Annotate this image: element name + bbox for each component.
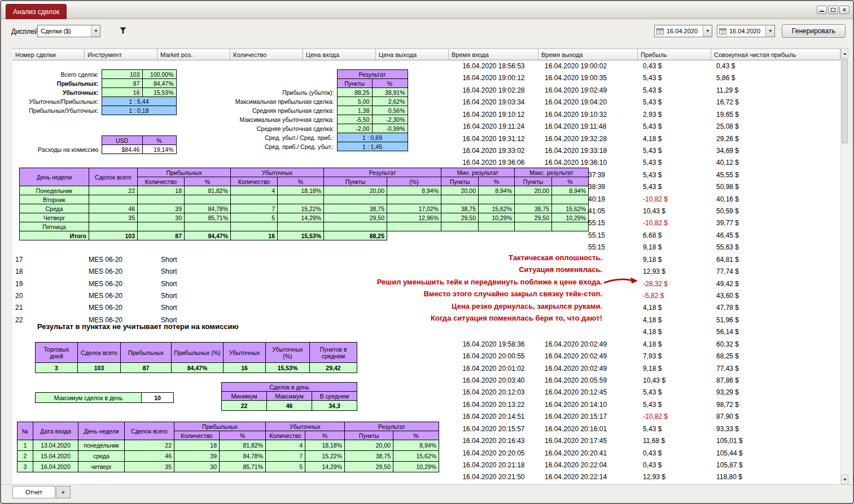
scroll-up-button[interactable] — [841, 49, 848, 58]
profit: 4,18 $ — [638, 133, 711, 145]
table-cell: 103 — [89, 231, 138, 240]
trade-number — [12, 242, 85, 253]
table-cell: % — [185, 177, 231, 186]
scroll-down-button[interactable] — [841, 475, 848, 484]
minimize-button[interactable] — [817, 6, 827, 14]
column-header[interactable]: Цена входа — [303, 49, 376, 60]
table-cell: 103 — [78, 363, 121, 373]
display-select[interactable]: Сделки ($) — [37, 25, 100, 37]
profit: 9,18 $ — [638, 242, 711, 253]
table-cell: % — [479, 177, 515, 186]
market-pos — [157, 471, 230, 483]
close-button[interactable]: × — [839, 6, 849, 14]
exit-time: 16.04.2020 19:02:49 — [538, 85, 638, 97]
date-from-select[interactable]: 16.04.2020 — [654, 25, 712, 37]
table-cell: Пункты — [337, 79, 372, 88]
tab-report[interactable]: Отчет — [12, 486, 55, 498]
vertical-scrollbar[interactable] — [840, 49, 848, 484]
profit: 4,18 $ — [638, 302, 711, 314]
table-cell: Результат — [337, 70, 408, 79]
table-cell: % — [278, 177, 324, 186]
table-cell: 4 — [266, 440, 305, 451]
table-cell: 10 — [142, 393, 174, 403]
column-header[interactable]: Время входа — [449, 49, 538, 60]
trade-row[interactable]: 16.04.2020 20:21:5016.04.2020 20:22:1412… — [12, 471, 840, 483]
exit-time: 16.04.2020 20:02:49 — [538, 363, 638, 375]
column-header[interactable]: Прибыль — [638, 49, 711, 60]
instrument: MES 06-20 — [85, 254, 157, 266]
table-cell: День недели — [78, 422, 125, 440]
trade-row[interactable]: 16.04.2020 19:11:2416.04.2020 19:11:485,… — [12, 121, 840, 133]
cum-profit: 29,26 $ — [711, 133, 840, 145]
profit: 5,43 $ — [638, 399, 711, 411]
table-cell: 20,00 — [515, 186, 552, 195]
table-cell: 1 : 1,45 — [337, 142, 408, 151]
cum-profit: 77,74 $ — [711, 266, 840, 278]
column-header[interactable]: Время выхода — [538, 49, 638, 60]
cum-profit: 68,25 $ — [711, 350, 840, 362]
filter-icon[interactable] — [119, 27, 127, 37]
table-cell: четверг — [78, 462, 125, 472]
column-header[interactable]: Инструмент — [85, 49, 157, 60]
column-header[interactable]: Количество — [230, 49, 303, 60]
profit: 5,43 $ — [638, 85, 711, 97]
table-cell: 81,82% — [220, 440, 266, 451]
table-cell: 8,94% — [387, 186, 441, 195]
trade-number: 19 — [12, 278, 85, 290]
tab-add-new[interactable]: + — [56, 486, 71, 498]
column-header[interactable]: Совокупная чистая прибыль — [711, 49, 840, 60]
generate-button[interactable]: Генерировать — [782, 24, 846, 38]
table-cell: -2,30% — [372, 115, 408, 124]
entry-time: 16.04.2020 19:58:36 — [449, 339, 538, 350]
exit-time: 16.04.2020 20:16:01 — [538, 423, 638, 435]
table-cell: 87 — [138, 231, 185, 240]
table-cell — [552, 222, 589, 231]
table-cell: 38,75 — [515, 204, 552, 213]
profit: 9,18 $ — [638, 254, 711, 266]
table-cell — [479, 195, 515, 204]
table-cell: Прибыльных — [121, 343, 172, 363]
table-cell: 3 — [36, 363, 78, 373]
maximize-button[interactable] — [828, 6, 838, 14]
table-cell — [479, 222, 515, 231]
exit-time: 16.04.2020 19:04:20 — [538, 97, 638, 108]
entry-price — [303, 326, 376, 338]
exit-price — [376, 399, 449, 411]
table-cell: Сделок в день — [222, 383, 357, 392]
instrument — [85, 471, 157, 483]
profit: 2,93 $ — [638, 109, 711, 121]
trade-number — [12, 375, 85, 387]
table-cell: День недели — [20, 168, 89, 186]
profit: 5,43 $ — [638, 423, 711, 435]
annotation-line: Тактическая оплошность. — [289, 252, 602, 264]
table-cell: 8,94% — [552, 186, 589, 195]
table-cell: 103 — [102, 70, 142, 79]
titlebar[interactable]: Анализ сделок × — [1, 1, 853, 19]
chevron-down-icon — [91, 25, 100, 37]
table-cell: Средняя прибыльная сделка: — [227, 106, 337, 115]
profit: 11,68 $ — [638, 435, 711, 447]
cum-profit: 39,77 $ — [711, 217, 840, 229]
market-pos: Short — [157, 290, 230, 302]
date-to-select[interactable]: 16.04.2020 — [717, 25, 775, 37]
table-cell: 84,47% — [142, 79, 176, 88]
scrollbar-thumb[interactable] — [842, 59, 848, 143]
table-cell: 8,94% — [479, 186, 515, 195]
column-header[interactable]: Цена выхода — [376, 49, 449, 60]
market-pos — [157, 121, 230, 133]
table-cell — [138, 195, 185, 204]
exit-time — [538, 326, 638, 338]
column-header[interactable]: Номер сделки — [12, 49, 85, 60]
profit: 7,93 $ — [638, 350, 711, 362]
table-cell: Максимальная прибыльная сделка: — [227, 97, 337, 106]
table-cell: Количество — [138, 177, 185, 186]
table-cell: -2,00 — [337, 124, 372, 133]
annotation-line: Когда ситуация поменялась бери то, что д… — [289, 312, 602, 324]
table-cell — [441, 222, 479, 231]
exit-price — [376, 326, 449, 338]
max-trades-table: Максимум сделок в день10 — [35, 392, 174, 403]
table-cell: 34,3 — [312, 401, 357, 411]
trade-row[interactable]: 16.04.2020 20:03:4016.04.2020 20:05:5910… — [12, 375, 840, 387]
column-header[interactable]: Market pos. — [157, 49, 230, 60]
table-cell: 1 : 0,18 — [102, 106, 176, 115]
